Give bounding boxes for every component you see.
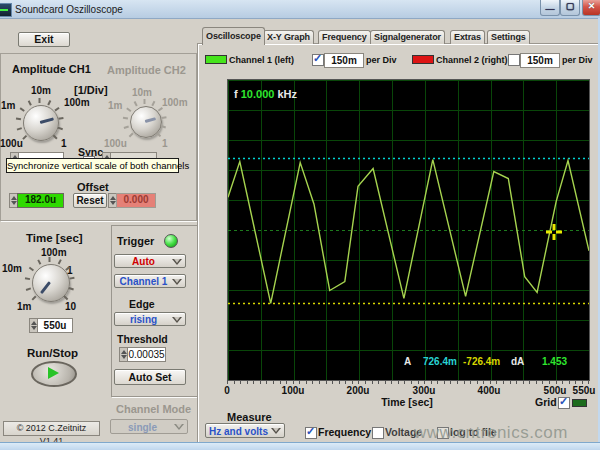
channel-mode-label: Channel Mode	[116, 403, 191, 415]
close-button[interactable]: ✕	[582, 0, 600, 16]
tab-signalgenerator[interactable]: Signalgenerator	[370, 30, 445, 44]
trigger-edge-value: rising	[130, 314, 157, 325]
measure-title: Measure	[227, 411, 272, 423]
trigger-source-dropdown[interactable]: Channel 1	[114, 274, 186, 288]
run-stop-button[interactable]	[31, 361, 77, 387]
window-border-bottom	[0, 442, 600, 450]
channel1-color-swatch	[205, 55, 227, 64]
measure-mode-value: Hz and volts	[209, 426, 268, 437]
x-tick-0: 0	[207, 385, 247, 396]
trigger-source-value: Channel 1	[120, 276, 168, 287]
channel-mode-dropdown[interactable]: single	[110, 419, 188, 434]
x-tick-550u: 550u	[564, 385, 600, 396]
knob-ch2-label-1: 1	[162, 138, 168, 149]
channel2-perdiv-label: per Div	[562, 55, 593, 65]
knob-time-label-100m: 100m	[41, 247, 67, 258]
x-tick-100u: 100u	[273, 385, 313, 396]
chevron-down-icon	[172, 279, 182, 285]
chevron-down-icon	[271, 428, 281, 434]
tab-frequency[interactable]: Frequency	[318, 30, 371, 44]
threshold-label: Threshold	[117, 333, 168, 345]
knob-time-label-1m: 1m	[17, 301, 31, 312]
amplitude-ch1-label: Amplitude CH1	[12, 63, 91, 75]
edge-label: Edge	[129, 298, 155, 310]
exit-button[interactable]: Exit	[18, 32, 70, 47]
run-stop-label: Run/Stop	[27, 347, 78, 359]
tab-oscilloscope[interactable]: Oscilloscope	[202, 27, 265, 45]
x-tick-200u: 200u	[338, 385, 378, 396]
knob-ch1-label-1: 1	[61, 138, 67, 149]
channel2-label: Channel 2 (right)	[436, 55, 508, 65]
trigger-mode-dropdown[interactable]: Auto	[114, 254, 186, 268]
channel1-label: Channel 1 (left)	[229, 55, 294, 65]
trigger-edge-dropdown[interactable]: rising	[114, 312, 186, 326]
grid-checkbox[interactable]	[558, 397, 570, 409]
offset-ch2-value[interactable]: 0.000	[116, 193, 156, 208]
frequency-checkbox[interactable]	[305, 427, 317, 439]
knob-ch1-label-100m: 100m	[64, 97, 90, 108]
copyright-text: © 2012 C.Zeitnitz V1.41	[3, 421, 100, 436]
threshold-value[interactable]: 0.00035	[127, 347, 166, 362]
x-axis-ticks	[227, 380, 589, 384]
channel2-scale-checkbox[interactable]	[508, 54, 520, 66]
knob-time-label-10: 10	[65, 301, 76, 312]
x-tick-300u: 300u	[404, 385, 444, 396]
frequency-label: Frequency	[318, 426, 371, 438]
chevron-down-icon	[174, 424, 184, 430]
trigger-title: Trigger	[117, 235, 154, 247]
x-tick-400u: 400u	[469, 385, 509, 396]
grid-color-swatch	[572, 399, 587, 407]
oscilloscope-display[interactable]: f 10.000 kHz A 726.4m -726.4m dA 1.453	[227, 79, 590, 381]
channel2-color-swatch	[412, 55, 434, 64]
amplitude-ch2-label: Amplitude CH2	[107, 64, 186, 76]
knob-ch1-label-1m: 1m	[1, 100, 15, 111]
knob-ch1-label-100u: 100u	[0, 138, 23, 149]
trigger-mode-value: Auto	[132, 256, 155, 267]
knob-time-label-10m: 10m	[2, 263, 22, 274]
channel1-perdiv-label: per Div	[366, 55, 397, 65]
grid-label: Grid	[535, 396, 557, 408]
watermark: www.cntronics.com	[414, 423, 568, 443]
per-div-unit-label: [1/Div]	[74, 84, 108, 96]
knob-ch1-label-10m: 10m	[31, 85, 51, 96]
time-value[interactable]: 550u	[37, 318, 73, 333]
minimize-button[interactable]: —	[540, 0, 560, 16]
offset-label: Offset	[77, 181, 109, 193]
channel1-scale-value[interactable]: 150m	[324, 53, 364, 68]
x-axis-title: Time [sec]	[377, 396, 437, 408]
tab-settings[interactable]: Settings	[487, 30, 530, 44]
knob-ch2-label-10m: 10m	[132, 87, 152, 98]
maximize-button[interactable]: ▢	[560, 0, 580, 16]
offset-ch1-value[interactable]: 182.0u	[17, 193, 64, 208]
chevron-down-icon	[172, 317, 182, 323]
sync-tooltip: Synchronize vertical scale of both chann…	[6, 158, 179, 173]
app-icon	[0, 3, 12, 17]
window-title: Soundcard Oszilloscope	[15, 4, 123, 15]
auto-set-button[interactable]: Auto Set	[114, 369, 186, 385]
reset-button[interactable]: Reset	[73, 193, 107, 208]
voltage-checkbox[interactable]	[372, 427, 384, 439]
tab-xy-graph[interactable]: X-Y Graph	[263, 30, 314, 44]
title-bar: Soundcard Oszilloscope — ▢ ✕	[0, 0, 600, 19]
tab-extras[interactable]: Extras	[450, 30, 485, 44]
knob-ch2-label-1m: 1m	[108, 100, 122, 111]
channel-mode-value: single	[128, 422, 157, 433]
knob-ch2-label-100m: 100m	[162, 97, 188, 108]
knob-ch2-label-100u: 100u	[104, 138, 127, 149]
frequency-readout: f 10.000 kHz	[234, 88, 297, 100]
channel2-scale-value[interactable]: 150m	[520, 53, 560, 68]
trigger-led	[164, 234, 178, 248]
cursor-readout: A 726.4m -726.4m dA 1.453	[228, 356, 589, 368]
time-title: Time [sec]	[26, 232, 83, 244]
channel1-scale-checkbox[interactable]	[312, 54, 324, 66]
measure-mode-dropdown[interactable]: Hz and volts	[205, 423, 285, 438]
chevron-down-icon	[172, 259, 182, 265]
